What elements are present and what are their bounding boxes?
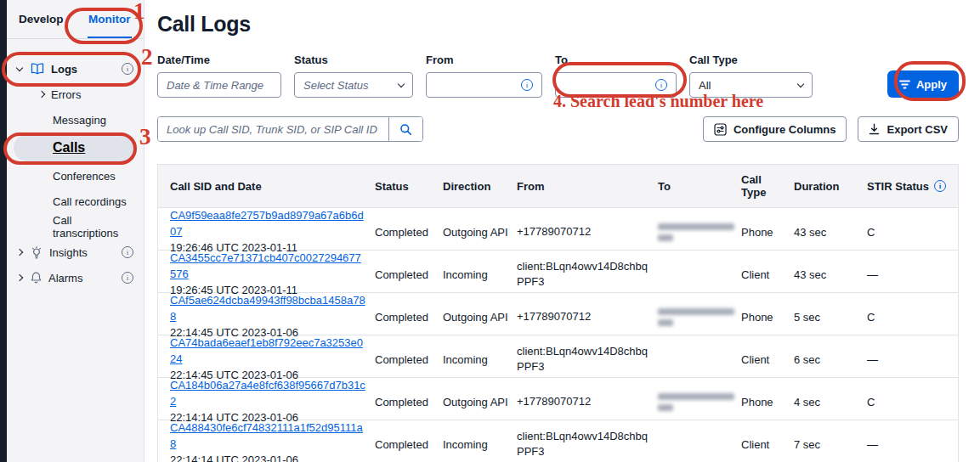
table-row: CA3455cc7e71371cb407c002729467757619:26:…	[158, 251, 958, 293]
to-number-field[interactable]	[564, 79, 655, 92]
filter-label: From	[426, 54, 542, 66]
filter-label: Date/Time	[157, 54, 281, 66]
sidebar-item-insights[interactable]: Insights i	[7, 239, 144, 265]
sidebar-item-label: Call transcriptions	[53, 214, 133, 239]
filter-label: Status	[294, 54, 413, 66]
filter-call-type: Call Type All	[689, 54, 813, 98]
stir-status: C	[867, 226, 958, 239]
call-type: Phone	[741, 396, 794, 408]
call-sid-link[interactable]: CA488430fe6cf74832111a1f52d95111a8	[170, 420, 366, 453]
redacted-to-number	[658, 393, 733, 411]
col-header-call-type: Call Type	[741, 173, 794, 199]
tab-monitor[interactable]: Monitor	[76, 1, 144, 37]
call-from: +17789070712	[517, 394, 658, 409]
configure-columns-icon	[714, 123, 727, 136]
call-sid-link[interactable]: CA9f59eaa8fe2757b9ad8979a67a6b6d07	[170, 208, 366, 240]
table-row: CA184b06a27a4e8fcf638f95667d7b31c222:14:…	[158, 378, 958, 420]
sidebar-item-label: Errors	[51, 88, 81, 101]
call-sid-link[interactable]: CA184b06a27a4e8fcf638f95667d7b31c2	[170, 378, 366, 410]
chevron-down-icon	[16, 64, 23, 70]
call-duration: 43 sec	[794, 226, 867, 239]
search-button[interactable]	[388, 117, 422, 141]
search-toolbar: Configure Columns Export CSV	[157, 116, 959, 142]
call-logs-table: Call SID and Date Status Direction From …	[157, 164, 959, 462]
sidebar-item-label: Insights	[49, 246, 88, 259]
table-row: CAf5ae624dcba49943ff98bcba1458a78822:14:…	[158, 293, 958, 335]
datetime-range-field[interactable]	[167, 79, 272, 92]
chevron-right-icon	[16, 274, 23, 281]
book-icon	[31, 63, 44, 75]
sidebar-item-logs[interactable]: Logs i	[7, 56, 144, 82]
table-row: CA74bada6eaef1eb8f792eec7a3253e02422:14:…	[158, 335, 958, 378]
to-number-input[interactable]: i	[555, 72, 677, 98]
left-edge-nav-strip	[0, 0, 7, 462]
sid-search-input[interactable]	[158, 117, 388, 141]
sidebar-item-label: Alarms	[48, 272, 82, 285]
info-icon[interactable]: i	[122, 63, 133, 75]
info-icon[interactable]: i	[934, 180, 946, 192]
configure-columns-button[interactable]: Configure Columns	[703, 116, 847, 142]
call-from: +17789070712	[517, 309, 658, 324]
tab-develop[interactable]: Develop	[7, 1, 76, 37]
redacted-to-number	[658, 223, 733, 241]
filter-to: To i	[555, 54, 677, 98]
sidebar-item-call-transcriptions[interactable]: Call transcriptions	[7, 214, 144, 239]
col-header-stir-label: STIR Status	[867, 180, 929, 193]
status-select[interactable]: Select Status	[294, 72, 413, 98]
call-from: +17789070712	[517, 224, 658, 239]
call-type: Client	[741, 353, 794, 366]
sidebar-item-alarms[interactable]: Alarms i	[7, 265, 144, 290]
stir-status: —	[867, 438, 958, 451]
call-type: Phone	[741, 311, 794, 324]
call-duration: 43 sec	[794, 268, 867, 281]
sidebar-item-call-recordings[interactable]: Call recordings	[7, 189, 144, 214]
datetime-range-input[interactable]	[157, 72, 281, 98]
info-icon[interactable]: i	[122, 246, 133, 258]
call-duration: 6 sec	[794, 353, 867, 366]
call-sid-link[interactable]: CA74bada6eaef1eb8f792eec7a3253e024	[170, 335, 366, 368]
download-icon	[869, 123, 880, 135]
sidebar-item-conferences[interactable]: Conferences	[7, 163, 144, 189]
apply-button[interactable]: Apply	[887, 70, 959, 98]
export-csv-button[interactable]: Export CSV	[858, 116, 959, 142]
call-direction: Outgoing API	[443, 226, 517, 239]
sidebar-item-calls-selected[interactable]: Calls	[14, 134, 137, 161]
call-sid-link[interactable]: CAf5ae624dcba49943ff98bcba1458a788	[170, 293, 366, 325]
configure-columns-label: Configure Columns	[734, 123, 836, 136]
info-icon[interactable]: i	[655, 79, 667, 91]
sid-search	[157, 116, 423, 142]
filter-label: To	[555, 54, 677, 66]
from-number-input[interactable]: i	[426, 72, 542, 98]
call-type-select[interactable]: All	[689, 72, 813, 98]
col-header-sid: Call SID and Date	[158, 180, 375, 193]
call-direction: Outgoing API	[443, 396, 517, 408]
sidebar-item-messaging[interactable]: Messaging	[7, 107, 144, 132]
stir-status: C	[867, 396, 958, 408]
sidebar-nav: Logs i Errors Messaging Calls Conference…	[7, 39, 144, 290]
call-from: client:BLqn4owv14D8chbqPPF3	[517, 429, 658, 459]
call-direction: Incoming	[443, 268, 517, 281]
call-sid-link[interactable]: CA3455cc7e71371cb407c0027294677576	[170, 251, 366, 283]
sidebar-item-errors[interactable]: Errors	[7, 82, 144, 107]
sidebar-item-label: Conferences	[53, 170, 116, 183]
apply-button-label: Apply	[916, 78, 947, 91]
filter-from: From i	[426, 54, 542, 98]
lightbulb-icon	[31, 246, 42, 259]
filter-datetime: Date/Time	[157, 54, 281, 98]
chevron-down-icon	[398, 80, 405, 87]
call-status: Completed	[375, 311, 443, 324]
call-direction: Incoming	[443, 353, 517, 366]
col-header-stir: STIR Status i	[867, 180, 958, 193]
call-type: Phone	[741, 226, 794, 239]
info-icon[interactable]: i	[521, 79, 533, 91]
call-direction: Outgoing API	[443, 311, 517, 324]
call-from: client:BLqn4owv14D8chbqPPF3	[517, 344, 658, 375]
bell-icon	[31, 272, 42, 284]
export-csv-label: Export CSV	[887, 123, 948, 136]
call-status: Completed	[375, 268, 443, 281]
info-icon[interactable]: i	[122, 272, 133, 284]
call-direction: Incoming	[443, 438, 517, 451]
from-number-field[interactable]	[435, 79, 521, 92]
table-row: CA488430fe6cf74832111a1f52d95111a822:14:…	[158, 420, 958, 462]
sidebar: Develop Monitor Logs i Errors Messaging	[7, 0, 144, 462]
